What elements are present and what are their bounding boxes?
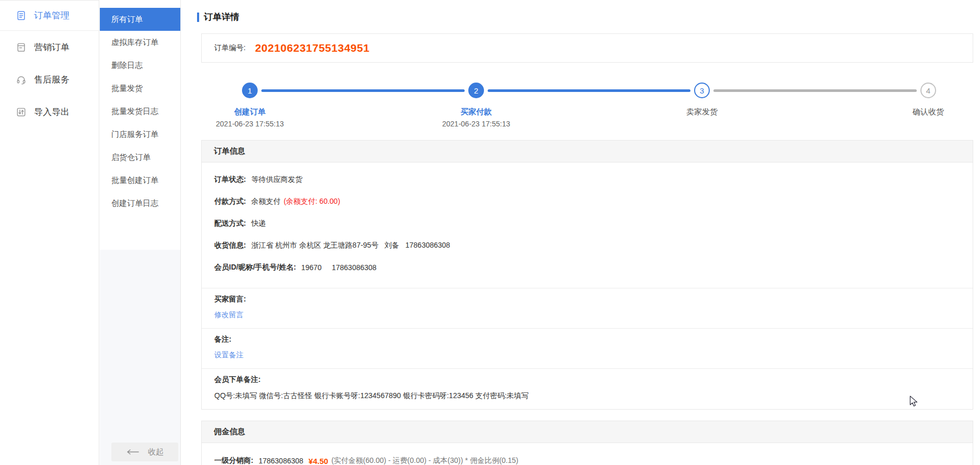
submenu-item-warehouse-orders[interactable]: 启货仓订单 (100, 146, 180, 169)
order-info-body: 订单状态: 等待供应商发货 付款方式: 余额支付 (余额支付: 60.00) 配… (202, 162, 973, 402)
member-order-note-block: 会员下单备注: QQ号:未填写 微信号:古古怪怪 银行卡账号呀:12345678… (202, 373, 973, 402)
step-number-badge: 1 (242, 83, 258, 98)
submenu-item-virtual-stock-orders[interactable]: 虚拟库存订单 (100, 31, 180, 54)
delivery-method-row: 配送方式: 快递 (202, 213, 973, 235)
order-status-row: 订单状态: 等待供应商发货 (202, 169, 973, 191)
step-number-badge: 2 (468, 83, 484, 98)
remark-block: 备注: 设置备注 (202, 333, 973, 362)
order-submenu: 所有订单 虚拟库存订单 删除日志 批量发货 批量发货日志 门店服务订单 启货仓订… (100, 8, 180, 215)
page-title: 订单详情 (197, 11, 239, 23)
distributor-account: 17863086308 (259, 457, 304, 465)
submenu-item-create-order-log[interactable]: 创建订单日志 (100, 192, 180, 215)
headset-icon (16, 74, 27, 85)
member-order-note-text: QQ号:未填写 微信号:古古怪怪 银行卡账号呀:1234567890 银行卡密码… (214, 390, 973, 402)
buyer-message-block: 买家留言: 修改留言 (202, 293, 973, 322)
commission-amount: ¥4.50 (308, 457, 328, 465)
commission-formula: (实付金额(60.00) - 运费(0.00) - 成本(30)) * 佣金比例… (331, 456, 518, 465)
order-number-value: 202106231755134951 (255, 42, 370, 54)
sidebar-item-import-export[interactable]: 导入导出 (0, 96, 99, 128)
submenu-item-all-orders[interactable]: 所有订单 (100, 8, 180, 31)
divider (202, 328, 973, 329)
set-remark-link[interactable]: 设置备注 (214, 348, 973, 362)
distributor-commission-row: 一级分销商: 17863086308 ¥4.50 (实付金额(60.00) - … (202, 443, 973, 465)
step-number-badge: 4 (920, 83, 936, 98)
sidebar-item-order-management[interactable]: 订单管理 (0, 1, 99, 31)
sidebar-item-label: 导入导出 (34, 106, 70, 118)
payment-method-row: 付款方式: 余额支付 (余额支付: 60.00) (202, 191, 973, 213)
shipping-address-row: 收货信息: 浙江省 杭州市 余杭区 龙王塘路87-95号 刘备 17863086… (202, 235, 973, 257)
marketing-doc-icon (16, 42, 27, 53)
order-info-section: 订单信息 订单状态: 等待供应商发货 付款方式: 余额支付 (余额支付: 60.… (201, 140, 973, 410)
collapse-label: 收起 (148, 447, 164, 457)
submenu-item-batch-ship[interactable]: 批量发货 (100, 77, 180, 100)
collapse-sidebar-button[interactable]: 收起 (111, 443, 178, 461)
divider (202, 288, 973, 288)
order-list-icon (16, 10, 27, 21)
edit-message-link[interactable]: 修改留言 (214, 308, 973, 322)
commission-header: 佣金信息 (202, 421, 973, 443)
title-accent-bar (197, 13, 199, 22)
step-number-badge: 3 (694, 83, 710, 98)
order-progress-steps: 1 创建订单 2021-06-23 17:55:13 2 买家付款 2021-0… (201, 83, 973, 131)
import-export-icon (16, 107, 27, 118)
secondary-sidebar: 所有订单 虚拟库存订单 删除日志 批量发货 批量发货日志 门店服务订单 启货仓订… (100, 0, 181, 465)
order-number-card: 订单编号: 202106231755134951 (201, 33, 973, 63)
sidebar-item-label: 订单管理 (34, 9, 70, 21)
sidebar-item-label: 营销订单 (34, 41, 70, 53)
balance-payment-amount: (余额支付: 60.00) (284, 197, 340, 206)
step-connector-2-3 (488, 89, 690, 92)
left-arrow-icon (126, 449, 140, 455)
submenu-item-store-service-orders[interactable]: 门店服务订单 (100, 123, 180, 146)
sidebar-item-after-sale-service[interactable]: 售后服务 (0, 63, 99, 96)
submenu-item-batch-ship-log[interactable]: 批量发货日志 (100, 100, 180, 123)
sidebar-item-label: 售后服务 (34, 74, 70, 86)
sidebar-item-marketing-orders[interactable]: 营销订单 (0, 31, 99, 63)
divider (202, 368, 973, 369)
commission-section: 佣金信息 一级分销商: 17863086308 ¥4.50 (实付金额(60.0… (201, 421, 973, 465)
primary-sidebar: 订单管理 营销订单 售后服务 (0, 0, 99, 465)
step-connector-1-2 (261, 89, 465, 92)
submenu-item-delete-log[interactable]: 删除日志 (100, 54, 180, 77)
order-number-label: 订单编号: (214, 43, 246, 53)
order-detail-page: 订单管理 营销订单 售后服务 (0, 0, 980, 465)
submenu-item-batch-create-orders[interactable]: 批量创建订单 (100, 169, 180, 192)
step-connector-3-4 (713, 89, 917, 92)
member-id-row: 会员ID/昵称/手机号/姓名: 19670 17863086308 (202, 257, 973, 278)
sidebar-lower-background (100, 250, 180, 465)
order-info-header: 订单信息 (202, 141, 973, 162)
